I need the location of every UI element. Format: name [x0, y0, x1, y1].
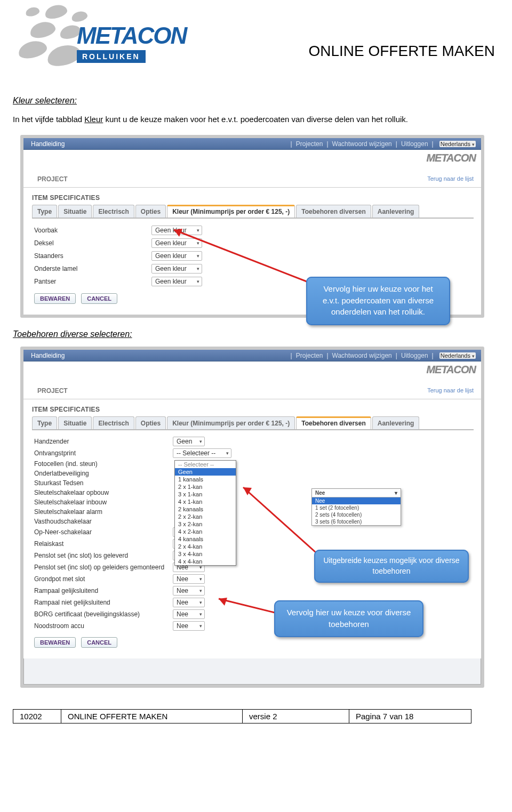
callout-uitgebreide: Uitgebreide keuzes mogelijk voor diverse…: [314, 550, 469, 583]
dropdown-grondpot-met-slot[interactable]: Nee: [173, 574, 205, 584]
screenshot-kleur: Handleiding | Projecten | Wachtwoord wij…: [20, 135, 484, 318]
mini-popup-fotocellen[interactable]: Nee ▾ Nee1 set (2 fotocellen)2 sets (4 f…: [311, 488, 401, 526]
footer-title: ONLINE OFFERTE MAKEN: [61, 709, 243, 723]
save-button[interactable]: BEWAREN: [34, 293, 76, 304]
dd-open-option[interactable]: 1 kanaals: [175, 476, 236, 483]
save-button[interactable]: BEWAREN: [34, 637, 76, 648]
app-logo-small: METACON: [23, 150, 481, 174]
project-label: PROJECT: [37, 387, 68, 395]
language-select[interactable]: Nederlands: [439, 141, 476, 147]
row-label: Sleutelschakelaar opbouw: [34, 489, 173, 496]
nav-handleiding[interactable]: Handleiding: [31, 352, 65, 359]
tab-type[interactable]: Type: [32, 416, 57, 429]
dd-open-option[interactable]: 2 x 2-kan: [175, 513, 236, 520]
row-label: Pantser: [34, 278, 151, 285]
row-label: Deksel: [34, 239, 151, 247]
tabs-toebehoren: TypeSituatieElectrischOptiesKleur (Minim…: [32, 416, 474, 430]
paragraph-link: Kleur: [84, 115, 103, 124]
mini-row-option[interactable]: 1 set (2 fotocellen): [312, 504, 401, 511]
topbar-links: | Projecten | Wachtwoord wijzigen | Uitl…: [290, 352, 476, 359]
back-link[interactable]: Terug naar de lijst: [427, 387, 474, 395]
footer-table: 10202 ONLINE OFFERTE MAKEN versie 2 Pagi…: [13, 709, 471, 723]
nav-wachtwoord[interactable]: Wachtwoord wijzigen: [331, 352, 393, 359]
dd-open-selected[interactable]: Geen: [175, 468, 236, 476]
dropdown-rampaal-niet-gelijksluitend[interactable]: Nee: [173, 598, 205, 607]
row-label: Penslot set (inc slot) op geleiders gemo…: [34, 564, 173, 571]
row-handzender: HandzenderGeen: [32, 436, 474, 447]
nav-uitloggen[interactable]: Uitloggen: [400, 352, 429, 359]
nav-handleiding[interactable]: Handleiding: [31, 140, 65, 148]
dd-open-title: -- Selecteer --: [175, 461, 236, 468]
callout-kleur: Vervolg hier uw keuze voor het e.v.t. po…: [306, 277, 450, 325]
dd-open-option[interactable]: 4 x 4-kan: [175, 558, 236, 565]
dd-open-option[interactable]: 3 x 1-kan: [175, 491, 236, 498]
tab-kleur-minimumprijs-per-order-125[interactable]: Kleur (Minimumprijs per order € 125, -): [167, 416, 295, 429]
tab-kleur-minimumprijs-per-order-125[interactable]: Kleur (Minimumprijs per order € 125, -): [167, 205, 295, 218]
row-label: Fotocellen (ind. steun): [34, 460, 173, 468]
nav-projecten[interactable]: Projecten: [295, 352, 324, 359]
company-logo: METACON ROLLUIKEN: [13, 4, 210, 90]
tab-toebehoren-diversen[interactable]: Toebehoren diversen: [296, 416, 371, 429]
dd-open-option[interactable]: 3 x 2-kan: [175, 520, 236, 528]
row-ontvangstprint: Ontvangstprint-- Selecteer --: [32, 447, 474, 459]
dropdown-open-handzender[interactable]: -- Selecteer --Geen1 kanaals2 x 1-kan3 x…: [174, 460, 236, 566]
callout-uitgebreide-text: Uitgebreide keuzes mogelijk voor diverse…: [323, 556, 459, 575]
nav-uitloggen[interactable]: Uitloggen: [400, 140, 429, 148]
footer-version: versie 2: [243, 709, 349, 723]
row-label: Ontvangstprint: [34, 449, 173, 457]
tab-aanlevering[interactable]: Aanlevering: [372, 416, 420, 429]
tab-electrisch[interactable]: Electrisch: [93, 205, 134, 218]
dd-open-option[interactable]: 3 x 4-kan: [175, 550, 236, 558]
dropdown-voorbak[interactable]: Geen kleur: [151, 226, 202, 235]
dd-open-option[interactable]: 2 kanaals: [175, 505, 236, 513]
cancel-button[interactable]: CANCEL: [81, 637, 117, 648]
mini-row-option[interactable]: 3 sets (6 fotocellen): [312, 518, 401, 525]
tab-opties[interactable]: Opties: [135, 205, 166, 218]
tab-type[interactable]: Type: [32, 205, 57, 218]
section-heading-kleur: Kleur selecteren:: [13, 96, 495, 106]
dropdown-pantser[interactable]: Geen kleur: [151, 277, 202, 286]
nav-wachtwoord[interactable]: Wachtwoord wijzigen: [331, 140, 393, 148]
language-select[interactable]: Nederlands: [439, 352, 476, 359]
tab-aanlevering[interactable]: Aanlevering: [372, 205, 420, 218]
dd-open-option[interactable]: 4 kanaals: [175, 535, 236, 543]
dropdown-noodstroom-accu[interactable]: Nee: [173, 621, 205, 631]
tab-toebehoren-diversen[interactable]: Toebehoren diversen: [296, 205, 371, 218]
dropdown-borg-certificaat-beveiligingsklasse-[interactable]: Nee: [173, 609, 205, 619]
dd-open-option[interactable]: 2 x 1-kan: [175, 483, 236, 491]
row-label: Op-Neer-schakelaar: [34, 528, 173, 536]
dd-open-option[interactable]: 4 x 1-kan: [175, 498, 236, 505]
logo-brand: METACON: [77, 22, 186, 49]
intro-paragraph: In het vijfde tabblad Kleur kunt u de ke…: [13, 114, 493, 125]
nav-projecten[interactable]: Projecten: [295, 140, 324, 148]
tab-opties[interactable]: Opties: [135, 416, 166, 429]
row-onderste-lamel: Onderste lamelGeen kleur: [32, 262, 474, 275]
mini-row-selected[interactable]: Nee: [312, 497, 401, 504]
dropdown-rampaal-gelijksluitend[interactable]: Nee: [173, 586, 205, 596]
dd-open-option[interactable]: 4 x 2-kan: [175, 528, 236, 535]
item-spec-title: ITEM SPECIFICATIES: [32, 406, 474, 413]
row-label: Onderste lamel: [34, 265, 151, 272]
dropdown-onderste-lamel[interactable]: Geen kleur: [151, 264, 202, 274]
mini-row-option[interactable]: 2 sets (4 fotocellen): [312, 511, 401, 518]
tab-situatie[interactable]: Situatie: [58, 205, 92, 218]
row-label: Sleutelschakelaar alarm: [34, 508, 173, 516]
app-logo-small: METACON: [23, 361, 481, 386]
item-spec-title: ITEM SPECIFICATIES: [32, 194, 474, 202]
row-label: Relaiskast: [34, 540, 173, 548]
footer-docno: 10202: [13, 709, 61, 723]
dropdown-deksel[interactable]: Geen kleur: [151, 238, 202, 248]
row-label: BORG certificaat (beveiligingsklasse): [34, 610, 173, 618]
dropdown-handzender[interactable]: Geen: [173, 437, 205, 446]
tab-situatie[interactable]: Situatie: [58, 416, 92, 429]
logo-text: METACON ROLLUIKEN: [77, 22, 186, 63]
cancel-button[interactable]: CANCEL: [81, 293, 117, 304]
dropdown-staanders[interactable]: Geen kleur: [151, 251, 202, 261]
dd-open-option[interactable]: 2 x 4-kan: [175, 543, 236, 550]
back-link[interactable]: Terug naar de lijst: [427, 175, 474, 183]
row-relaiskast: RelaiskastNee: [32, 538, 474, 550]
row-stuurkast-tedsen: Stuurkast Tedsen: [32, 478, 474, 488]
tab-electrisch[interactable]: Electrisch: [93, 416, 134, 429]
dropdown-ontvangstprint[interactable]: -- Selecteer --: [173, 448, 231, 458]
row-rampaal-gelijksluitend: Rampaal gelijksluitendNee: [32, 585, 474, 597]
